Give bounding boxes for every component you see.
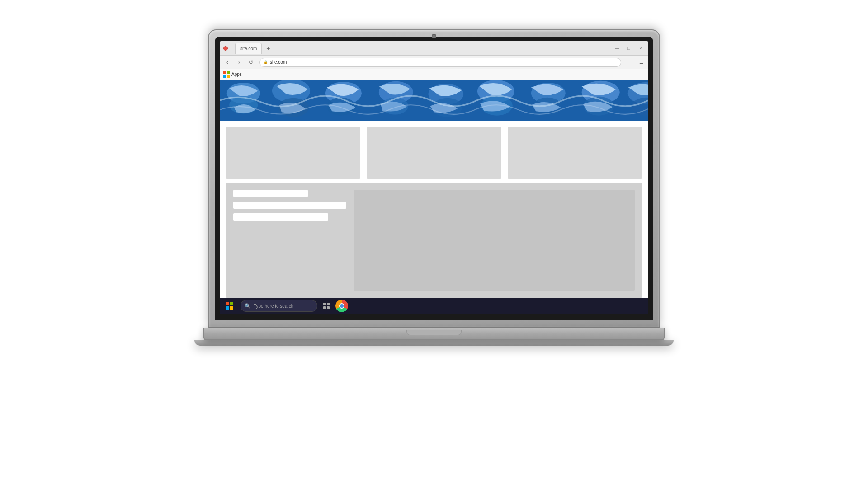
svg-rect-21 xyxy=(323,306,326,309)
apps-label: Apps xyxy=(231,72,242,77)
task-view-button[interactable] xyxy=(320,300,333,312)
titlebar-controls: — □ × xyxy=(613,44,645,52)
content-right xyxy=(354,190,635,291)
scene: site.com + — □ xyxy=(0,0,868,488)
ms-logo-icon xyxy=(223,71,230,78)
chrome-icon[interactable] xyxy=(335,300,348,312)
screen-bezel: site.com + — □ xyxy=(215,37,653,320)
cards-row xyxy=(220,121,648,183)
browser-titlebar: site.com + — □ xyxy=(220,41,648,56)
browser-toolbar: ‹ › ↺ 🔒 site.com ⋮ xyxy=(220,56,648,69)
laptop-base xyxy=(203,328,665,340)
extensions-button[interactable]: ⋮ xyxy=(625,58,634,67)
browser-content xyxy=(220,80,648,298)
laptop-bottom xyxy=(194,340,674,346)
new-tab-button[interactable]: + xyxy=(264,44,273,53)
menu-button[interactable]: ☰ xyxy=(637,58,646,67)
content-line-2 xyxy=(233,202,346,209)
start-button[interactable] xyxy=(222,298,238,314)
browser-window: site.com + — □ xyxy=(220,41,648,314)
lock-icon: 🔒 xyxy=(264,60,268,64)
svg-rect-20 xyxy=(327,303,330,305)
card-2 xyxy=(367,127,501,179)
apps-bookmark[interactable]: Apps xyxy=(223,71,242,78)
minimize-button[interactable]: — xyxy=(613,44,621,52)
hero-banner xyxy=(220,80,648,121)
tab-label: site.com xyxy=(240,46,257,51)
search-icon: 🔍 xyxy=(245,303,251,309)
windows-logo-icon xyxy=(226,302,233,310)
url-text: site.com xyxy=(270,60,287,65)
address-bar[interactable]: 🔒 site.com xyxy=(259,58,621,67)
content-line-3 xyxy=(233,213,328,221)
laptop: site.com + — □ xyxy=(185,29,683,459)
refresh-button[interactable]: ↺ xyxy=(246,57,256,67)
windows-taskbar: 🔍 Type here to search xyxy=(220,298,648,314)
toolbar-icons: ⋮ ☰ xyxy=(625,58,646,67)
laptop-lid: site.com + — □ xyxy=(208,29,660,328)
tab-close-dot xyxy=(223,46,228,51)
svg-rect-19 xyxy=(323,303,326,305)
taskbar-search-bar[interactable]: 🔍 Type here to search xyxy=(241,300,317,312)
content-line-1 xyxy=(233,190,308,197)
bookmarks-bar: Apps xyxy=(220,69,648,80)
content-section xyxy=(226,183,642,298)
maximize-button[interactable]: □ xyxy=(625,44,633,52)
back-button[interactable]: ‹ xyxy=(222,57,232,67)
browser-tab[interactable]: site.com xyxy=(235,43,262,54)
content-left xyxy=(233,190,346,291)
forward-button[interactable]: › xyxy=(234,57,244,67)
svg-rect-22 xyxy=(327,306,330,309)
close-button[interactable]: × xyxy=(637,44,645,52)
taskbar-search-text: Type here to search xyxy=(254,304,293,309)
card-3 xyxy=(508,127,642,179)
card-1 xyxy=(226,127,360,179)
